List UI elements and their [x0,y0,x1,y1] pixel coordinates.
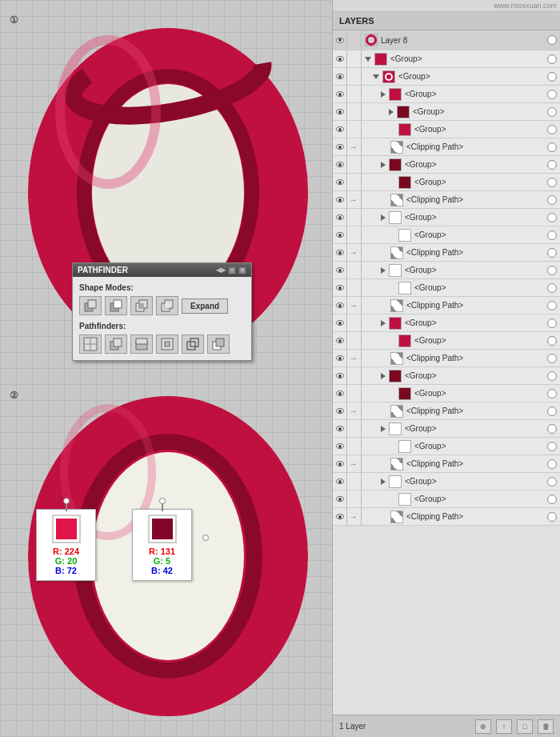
delete-layer-btn[interactable]: 🗑 [538,719,554,734]
eye-icon-btn[interactable] [333,314,347,332]
eye-icon-btn[interactable] [333,138,347,156]
layer-item[interactable]: → <Clipping Path> [333,508,560,526]
layer-item[interactable]: <Group> [333,50,560,68]
layer-item[interactable]: <Group> [333,86,560,103]
intersect-btn[interactable] [130,296,153,315]
eye-icon-btn[interactable] [333,385,347,403]
exclude-btn[interactable] [156,296,178,315]
eye-icon-btn[interactable] [333,279,347,297]
layer-circle[interactable] [547,142,557,152]
layer-item[interactable]: <Group> [333,385,560,403]
layer-circle[interactable] [547,512,557,522]
eye-icon-btn[interactable] [333,226,347,244]
layer-item[interactable]: <Group> [333,279,560,297]
layer-item[interactable]: <Group> [333,174,560,191]
layer-item[interactable]: <Group> [333,438,560,455]
expand-triangle[interactable] [373,74,379,79]
eye-icon-btn[interactable] [333,68,347,86]
expand-triangle[interactable] [389,109,394,115]
layer-item[interactable]: <Group> [333,332,560,350]
layer-item[interactable]: <Group> [333,314,560,332]
layer-circle[interactable] [547,477,557,487]
expand-triangle[interactable] [381,162,386,168]
layer-circle[interactable] [547,266,557,275]
layer-circle[interactable] [547,318,557,328]
expand-button[interactable]: Expand [182,298,228,314]
layer8-lock[interactable] [347,31,362,49]
eye-icon-btn[interactable] [333,367,347,385]
layer-circle[interactable] [547,54,557,64]
expand-triangle[interactable] [381,426,386,432]
eye-icon-btn[interactable] [333,350,347,367]
layer-item[interactable]: <Group> [333,473,560,491]
eye-icon-btn[interactable] [333,191,347,209]
eye-icon-btn[interactable] [333,103,347,121]
panel-titlebar[interactable]: PATHFINDER ◀▶ ≡ ✕ [73,263,251,277]
layer-circle[interactable] [547,371,557,381]
layer-circle[interactable] [547,424,557,434]
layer-circle[interactable] [547,107,557,117]
layer-item[interactable]: → <Clipping Path> [333,191,560,209]
minus-back-btn[interactable] [207,334,230,354]
eye-icon-btn[interactable] [333,156,347,174]
layer-item[interactable]: <Group> [333,103,560,121]
eye-icon-btn[interactable] [333,297,347,314]
layer-item[interactable]: <Group> [333,226,560,244]
unite-btn[interactable] [79,296,102,315]
new-sublayer-btn[interactable]: ⊕ [475,719,491,734]
trim-btn[interactable] [105,334,127,354]
expand-triangle[interactable] [381,479,386,485]
move-layer-btn[interactable]: ↑ [496,719,512,734]
layer-item[interactable]: <Group> [333,209,560,226]
layer-circle[interactable] [547,213,557,222]
eye-icon-btn[interactable] [333,420,347,438]
eye-icon-btn[interactable] [333,50,347,68]
layer-circle[interactable] [547,125,557,134]
crop-btn[interactable] [156,334,178,354]
layers-scroll[interactable]: <Group> <Group> <Group> [333,50,560,715]
eye-icon-btn[interactable] [333,262,347,279]
eye-icon-btn[interactable] [333,473,347,491]
eye-icon-btn[interactable] [333,438,347,455]
divide-btn[interactable] [79,334,102,354]
layer-circle[interactable] [547,283,557,293]
outline-btn[interactable] [182,334,204,354]
layer-circle[interactable] [547,336,557,346]
layer-circle[interactable] [547,90,557,99]
layer-circle[interactable] [547,389,557,399]
eye-icon-btn[interactable] [333,121,347,138]
layer8-row[interactable]: Layer 8 [333,30,560,50]
eye-icon-btn[interactable] [333,403,347,420]
layer-circle[interactable] [547,459,557,469]
layer-item[interactable]: <Group> [333,121,560,138]
layer-circle[interactable] [547,178,557,187]
merge-btn[interactable] [130,334,153,354]
expand-triangle[interactable] [381,320,386,326]
layer-item[interactable]: → <Clipping Path> [333,138,560,156]
layer8-circle[interactable] [547,35,557,45]
minus-front-btn[interactable] [105,296,127,315]
layer-item[interactable]: <Group> [333,262,560,279]
expand-triangle[interactable] [381,91,386,98]
eye-icon-btn[interactable] [333,244,347,262]
layer-circle[interactable] [547,442,557,451]
layer8-eye[interactable] [333,31,347,49]
layer-circle[interactable] [547,407,557,416]
eye-icon-btn[interactable] [333,455,347,473]
layer-item[interactable]: → <Clipping Path> [333,297,560,314]
panel-menu-btn[interactable]: ≡ [228,266,236,274]
new-layer-btn[interactable]: □ [517,719,533,734]
layer-item[interactable]: <Group> [333,68,560,86]
layer-item[interactable]: → <Clipping Path> [333,455,560,473]
layer-item[interactable]: <Group> [333,367,560,385]
layer-circle[interactable] [547,160,557,170]
layer-circle[interactable] [547,230,557,240]
expand-triangle[interactable] [381,267,386,274]
expand-triangle[interactable] [381,214,386,221]
layer-circle[interactable] [547,195,557,205]
layer-circle[interactable] [547,354,557,363]
layer-item[interactable]: <Group> [333,491,560,508]
eye-icon-btn[interactable] [333,332,347,350]
layer-item[interactable]: <Group> [333,156,560,174]
eye-icon-btn[interactable] [333,174,347,191]
